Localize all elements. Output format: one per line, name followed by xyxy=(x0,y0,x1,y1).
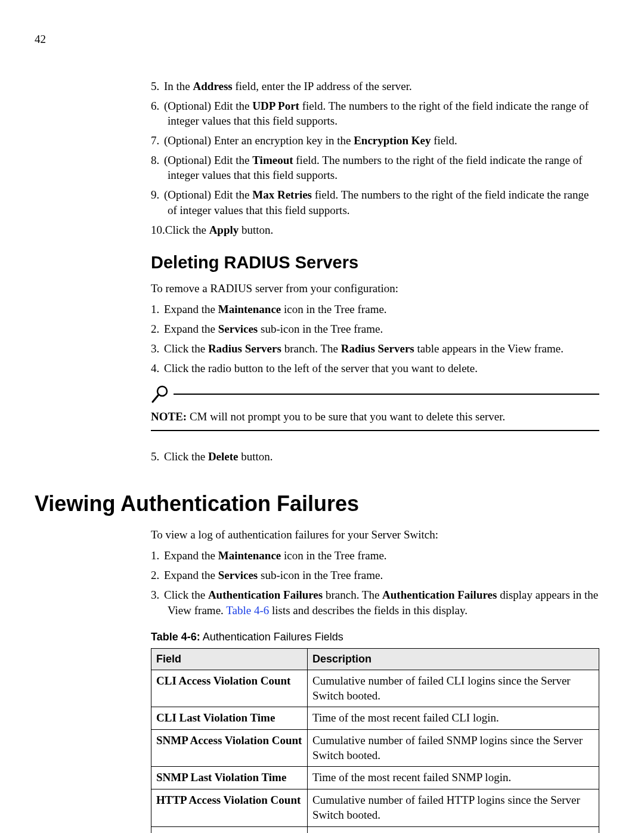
table-xref-link[interactable]: Table 4-6 xyxy=(226,604,269,617)
heading-deleting-radius: Deleting RADIUS Servers xyxy=(151,253,599,272)
magnifier-icon xyxy=(151,384,171,404)
list-item: 3.Click the Authentication Failures bran… xyxy=(151,587,599,617)
list-item: 9.(Optional) Edit the Max Retries field.… xyxy=(151,187,599,217)
list-item: 8.(Optional) Edit the Timeout field. The… xyxy=(151,153,599,182)
table-row: CLI Last Violation TimeTime of the most … xyxy=(151,707,599,730)
content-column: To view a log of authentication failures… xyxy=(151,527,599,833)
steps-auth: 1.Expand the Maintenance icon in the Tre… xyxy=(151,548,599,617)
list-item: 2.Expand the Services sub-icon in the Tr… xyxy=(151,321,599,336)
list-item: 6.(Optional) Edit the UDP Port field. Th… xyxy=(151,98,599,128)
auth-failures-table: Field Description CLI Access Violation C… xyxy=(151,648,599,833)
note-rule-bottom xyxy=(151,430,599,431)
list-item: 1.Expand the Maintenance icon in the Tre… xyxy=(151,548,599,563)
table-header-desc: Description xyxy=(308,648,599,670)
table-header-field: Field xyxy=(151,648,308,670)
page: 42 5.In the Address field, enter the IP … xyxy=(0,0,644,833)
list-item: 5.Click the Delete button. xyxy=(151,449,599,464)
page-number: 42 xyxy=(35,33,599,46)
table-row: HTTP Last Violation TimeTime of the most… xyxy=(151,826,599,833)
table-caption: Table 4-6: Authentication Failures Field… xyxy=(151,631,599,643)
list-item: 4.Click the radio button to the left of … xyxy=(151,361,599,376)
list-item: 1.Expand the Maintenance icon in the Tre… xyxy=(151,302,599,317)
heading-auth-failures: Viewing Authentication Failures xyxy=(35,491,599,516)
list-item: 5.In the Address field, enter the IP add… xyxy=(151,79,599,94)
table-row: CLI Access Violation CountCumulative num… xyxy=(151,670,599,707)
table-row: HTTP Access Violation CountCumulative nu… xyxy=(151,789,599,826)
list-item: 2.Expand the Services sub-icon in the Tr… xyxy=(151,568,599,583)
steps-delete-a: 1.Expand the Maintenance icon in the Tre… xyxy=(151,302,599,376)
table-row: SNMP Last Violation TimeTime of the most… xyxy=(151,767,599,789)
note-rule-top xyxy=(151,384,599,404)
note-text: NOTE: CM will not prompt you to be sure … xyxy=(151,409,599,424)
intro-text: To view a log of authentication failures… xyxy=(151,527,599,542)
list-item: 10.Click the Apply button. xyxy=(151,222,599,237)
steps-top: 5.In the Address field, enter the IP add… xyxy=(151,79,599,237)
steps-delete-b: 5.Click the Delete button. xyxy=(151,449,599,464)
content-column: 5.In the Address field, enter the IP add… xyxy=(151,79,599,464)
note-line xyxy=(174,394,599,395)
list-item: 3.Click the Radius Servers branch. The R… xyxy=(151,341,599,356)
intro-text: To remove a RADIUS server from your conf… xyxy=(151,281,599,296)
table-row: SNMP Access Violation CountCumulative nu… xyxy=(151,730,599,767)
list-item: 7.(Optional) Enter an encryption key in … xyxy=(151,133,599,148)
svg-line-1 xyxy=(153,395,159,402)
note-box: NOTE: CM will not prompt you to be sure … xyxy=(151,384,599,431)
